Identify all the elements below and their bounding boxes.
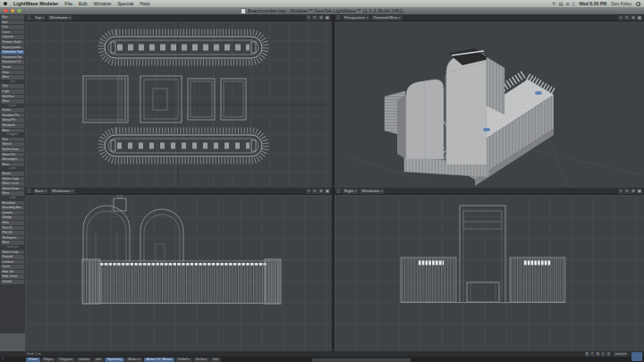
sidebar-item-more[interactable]: More xyxy=(1,75,24,80)
button-set[interactable]: Set xyxy=(210,358,220,362)
sidebar-item-helix[interactable]: Helix xyxy=(1,221,24,225)
sidebar-item-logo[interactable]: Logo xyxy=(1,89,24,94)
app-menu[interactable]: LightWave Modeler xyxy=(13,1,58,6)
sidebar-item-bezier[interactable]: Bezier xyxy=(1,172,24,176)
sidebar-item-contract[interactable]: Contract xyxy=(1,260,24,265)
pan-icon[interactable]: + xyxy=(306,189,311,194)
menu-item-window[interactable]: Window xyxy=(94,1,112,6)
sidebar-item-cone[interactable]: Cone xyxy=(1,30,24,35)
sidebar-item-spline-cage[interactable]: Spline Cage xyxy=(1,177,24,181)
sidebar-item-sketch[interactable]: Sketch xyxy=(1,142,24,147)
menu-item-special[interactable]: Special xyxy=(117,1,133,6)
sidebar-item-platonic-solid[interactable]: Platonic Solid xyxy=(1,40,24,45)
sidebar-item-more[interactable]: More xyxy=(1,99,24,104)
button-polygons[interactable]: Polygons xyxy=(56,358,75,362)
sidebar-item-invert[interactable]: Invert xyxy=(1,265,24,269)
sidebar-item-box[interactable]: Box xyxy=(1,15,24,20)
view-type-dropdown[interactable]: Top▾ xyxy=(33,15,46,21)
button-surface[interactable]: Surface xyxy=(193,358,209,362)
button-symmetry[interactable]: Symmetry xyxy=(105,358,124,362)
sidebar-item-random-pts[interactable]: Random Pts xyxy=(1,114,24,118)
button-action-ctr-mouse[interactable]: Action Ctr: Mouse xyxy=(144,358,175,362)
viewport-menu-icon[interactable] xyxy=(27,189,31,193)
sidebar-item-capsule[interactable]: Capsule xyxy=(1,35,24,39)
button-modes[interactable]: Modes ▾ xyxy=(125,358,143,362)
menu-item-file[interactable]: File xyxy=(64,1,72,6)
viewport-right-canvas[interactable] xyxy=(335,195,644,351)
sidebar-item-parametricobj[interactable]: ParametricObj xyxy=(1,55,24,60)
sidebar-item-spray-pts[interactable]: Spray Pts xyxy=(1,118,24,122)
sidebar-item-superquadric[interactable]: SuperQuadric xyxy=(1,46,24,50)
viewport-back-canvas[interactable] xyxy=(25,195,332,351)
sidebar-item-make-curve[interactable]: Make Curve xyxy=(1,181,24,186)
zoom-icon[interactable]: ⊕ xyxy=(631,189,636,194)
viewport-top-canvas[interactable] xyxy=(25,21,332,188)
spotlight-icon[interactable] xyxy=(636,2,640,6)
sidebar-item-skelegons[interactable]: Skelegons xyxy=(1,236,24,240)
sidebar-item-wedge[interactable]: Wedge xyxy=(1,215,24,220)
sidebar-item-equilateral-tri[interactable]: Equilateral Tri xyxy=(1,60,24,64)
sidebar-item-ball[interactable]: Ball xyxy=(1,21,24,25)
render-mode-dropdown[interactable]: Wireframe▾ xyxy=(360,189,386,194)
zoom-button[interactable] xyxy=(17,9,21,13)
sidebar-item-gear[interactable]: Gear xyxy=(1,71,24,75)
button-volume[interactable]: Volume xyxy=(76,358,92,362)
sidebar-item-metaedges[interactable]: Metaedges xyxy=(1,157,24,162)
menu-item-help[interactable]: Help xyxy=(140,1,149,6)
sidebar-item-bounding-box[interactable]: Bounding Box xyxy=(1,206,24,210)
sidebar-item-plot-1d[interactable]: Plot 1D xyxy=(1,226,24,231)
button-info[interactable]: Info xyxy=(93,358,104,362)
sidebar-item-unhide[interactable]: Unhide xyxy=(1,280,24,284)
pan-icon[interactable]: + xyxy=(618,189,623,194)
button-edges[interactable]: Edges xyxy=(41,358,55,362)
vmap-w-button[interactable]: W xyxy=(585,352,589,357)
vmap-m-button[interactable]: M xyxy=(596,352,600,357)
view-type-dropdown[interactable]: Perspective▾ xyxy=(343,15,369,21)
vmap-s-button[interactable]: S xyxy=(606,352,611,357)
battery-icon[interactable]: ▯ xyxy=(572,0,575,7)
rotate-icon[interactable]: ↻ xyxy=(624,189,630,194)
render-mode-dropdown[interactable]: Wireframe▾ xyxy=(47,15,72,21)
viewport-menu-icon[interactable] xyxy=(336,15,341,20)
viewport-menu-icon[interactable] xyxy=(27,15,31,20)
sidebar-item-metaballs[interactable]: Metaballs xyxy=(1,123,24,128)
sidebar-item-hide-unsel[interactable]: Hide Unsel xyxy=(1,274,24,279)
viewport-menu-icon[interactable] xyxy=(336,189,341,193)
sidebar-item-spline-draw[interactable]: Spline Draw xyxy=(1,147,24,152)
sidebar-item-more[interactable]: More xyxy=(1,163,24,167)
sidebar-item-disc[interactable]: Disc xyxy=(1,25,24,29)
pan-icon[interactable]: + xyxy=(618,15,623,21)
sidebar-item-gemstone-tool[interactable]: Gemstone Tool xyxy=(1,50,24,55)
sidebar-item-spline-draw[interactable]: Spline Draw xyxy=(1,187,24,191)
rotate-icon[interactable]: ↻ xyxy=(624,15,630,21)
expand-icon[interactable]: ▣ xyxy=(637,189,642,194)
expand-icon[interactable]: ▣ xyxy=(637,15,642,21)
viewport-perspective-canvas[interactable] xyxy=(335,21,644,188)
sidebar-item-pen[interactable]: Pen xyxy=(1,138,24,142)
panel-toggle-button[interactable] xyxy=(631,352,642,361)
sidebar-item-plot-2d[interactable]: Plot 2D xyxy=(1,231,24,235)
button-points[interactable]: Points xyxy=(26,358,40,362)
sidebar-item-quadric[interactable]: Quadric xyxy=(1,211,24,215)
render-mode-dropdown[interactable]: Textured Wire▾ xyxy=(371,15,402,21)
view-type-dropdown[interactable]: Back▾ xyxy=(33,189,48,194)
close-button[interactable] xyxy=(4,9,8,13)
minimize-button[interactable] xyxy=(11,9,15,13)
menu-item-edit[interactable]: Edit xyxy=(79,1,87,6)
sidebar-item-multitext[interactable]: MultiText xyxy=(1,95,24,99)
rotate-icon[interactable]: ↻ xyxy=(312,189,318,194)
menu-clock[interactable]: Wed 8:36 PM xyxy=(579,1,606,6)
airport-icon[interactable]: ≋ xyxy=(565,0,569,7)
zoom-icon[interactable]: ⊕ xyxy=(318,15,324,21)
button-falloff[interactable]: Falloff ▾ xyxy=(175,358,192,362)
expand-icon[interactable]: ▣ xyxy=(325,15,330,21)
window-title-bar[interactable]: Beachcomber.lwo : Modeler™ NewTek LightW… xyxy=(0,7,644,14)
timemachine-icon[interactable]: ↻ xyxy=(553,0,556,7)
sidebar-item-more[interactable]: More xyxy=(1,191,24,196)
sidebar-item-select-loop[interactable]: Select Loop xyxy=(1,250,24,255)
sidebar-item-expand[interactable]: Expand xyxy=(1,255,24,259)
sidebar-item-toroid[interactable]: Toroid xyxy=(1,65,24,70)
sidebar-item-backdrop[interactable]: Backdrop xyxy=(1,201,24,206)
rotate-icon[interactable]: ↻ xyxy=(312,15,318,21)
display-icon[interactable]: ▤ xyxy=(559,0,564,7)
